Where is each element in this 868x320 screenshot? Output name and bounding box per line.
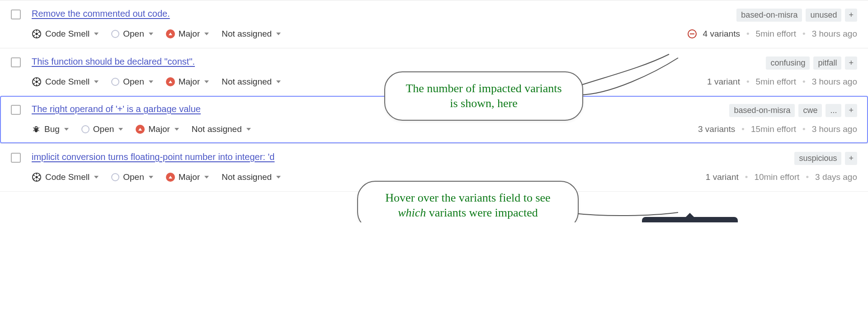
tag[interactable]: based-on-misra bbox=[729, 104, 795, 117]
type-label: Code Smell bbox=[45, 29, 90, 39]
issue-checkbox[interactable] bbox=[11, 9, 21, 19]
issue-title-link[interactable]: The right operand of '+' is a garbage va… bbox=[32, 104, 201, 114]
effort-label: 5min effort bbox=[756, 77, 796, 87]
issue-title-link[interactable]: implicit conversion turns floating-point… bbox=[32, 152, 274, 162]
tag[interactable]: pitfall bbox=[813, 56, 841, 70]
issue-meta: 4 variants • 5min effort • 3 hours ago bbox=[688, 29, 857, 39]
variants-count[interactable]: 4 variants bbox=[703, 29, 740, 39]
variants-count[interactable]: 3 variants bbox=[698, 124, 735, 134]
severity-dropdown[interactable]: Major bbox=[136, 124, 179, 134]
tag[interactable]: unused bbox=[806, 9, 841, 22]
variants-count[interactable]: 1 variant bbox=[706, 172, 739, 182]
issue-checkbox[interactable] bbox=[11, 153, 21, 163]
type-dropdown[interactable]: Code Smell bbox=[32, 172, 99, 182]
status-dropdown[interactable]: Open bbox=[111, 29, 153, 39]
tag[interactable]: based-on-misra bbox=[736, 9, 802, 22]
type-label: Code Smell bbox=[45, 172, 90, 182]
assignee-label: Not assigned bbox=[222, 172, 272, 182]
issue-title-link[interactable]: Remove the commented out code. bbox=[32, 9, 170, 19]
open-status-icon bbox=[111, 78, 119, 86]
meta-separator: • bbox=[746, 29, 750, 39]
assignee-dropdown[interactable]: Not assigned bbox=[222, 77, 281, 87]
chevron-down-icon bbox=[276, 80, 281, 83]
chevron-down-icon bbox=[276, 176, 281, 179]
effort-label: 10min effort bbox=[754, 172, 799, 182]
type-dropdown[interactable]: Code Smell bbox=[32, 77, 99, 87]
status-dropdown[interactable]: Open bbox=[111, 77, 153, 87]
tag-list: based-on-misra unused + bbox=[736, 9, 857, 22]
status-label: Open bbox=[123, 77, 144, 87]
annotation-callout: Hover over the variants field to see whi… bbox=[357, 181, 579, 222]
tag-list: suspicious + bbox=[794, 152, 857, 165]
status-dropdown[interactable]: Open bbox=[81, 124, 123, 134]
open-status-icon bbox=[81, 125, 90, 133]
variants-count[interactable]: 1 variant bbox=[707, 77, 740, 87]
meta-separator: • bbox=[802, 77, 806, 87]
issue-row: Remove the commented out code. based-on-… bbox=[0, 0, 868, 48]
severity-dropdown[interactable]: Major bbox=[166, 77, 209, 87]
status-label: Open bbox=[123, 29, 144, 39]
age-label: 3 hours ago bbox=[812, 77, 857, 87]
type-label: Bug bbox=[44, 124, 60, 134]
add-tag-button[interactable]: + bbox=[845, 9, 857, 22]
caution-icon bbox=[688, 29, 697, 38]
variants-tooltip: Main, Debug, Clang bbox=[642, 217, 738, 222]
meta-separator: • bbox=[746, 77, 750, 87]
issue-checkbox[interactable] bbox=[11, 57, 21, 67]
major-severity-icon bbox=[136, 125, 145, 134]
chevron-down-icon bbox=[149, 33, 153, 35]
age-label: 3 days ago bbox=[815, 172, 857, 182]
tag[interactable]: suspicious bbox=[794, 152, 841, 165]
annotation-text-pre: Hover over the variants field to see bbox=[385, 191, 550, 204]
add-tag-button[interactable]: + bbox=[845, 104, 857, 117]
major-severity-icon bbox=[166, 29, 175, 38]
issue-meta: 1 variant • 10min effort • 3 days ago bbox=[706, 172, 857, 182]
major-severity-icon bbox=[166, 77, 175, 86]
tag-list: confusing pitfall + bbox=[766, 56, 857, 70]
issue-checkbox[interactable] bbox=[11, 105, 21, 115]
type-dropdown[interactable]: Code Smell bbox=[32, 29, 99, 39]
assignee-dropdown[interactable]: Not assigned bbox=[222, 29, 281, 39]
major-severity-icon bbox=[166, 173, 175, 182]
severity-label: Major bbox=[179, 29, 200, 39]
open-status-icon bbox=[111, 173, 119, 181]
open-status-icon bbox=[111, 30, 119, 38]
chevron-down-icon bbox=[204, 80, 209, 83]
type-dropdown[interactable]: Bug bbox=[32, 124, 69, 134]
meta-separator: • bbox=[806, 172, 809, 182]
add-tag-button[interactable]: + bbox=[845, 152, 857, 165]
add-tag-button[interactable]: + bbox=[845, 56, 857, 70]
assignee-dropdown[interactable]: Not assigned bbox=[192, 124, 251, 134]
issue-meta: 3 variants • 15min effort • 3 hours ago bbox=[698, 124, 857, 134]
tag-list: based-on-misra cwe ... + bbox=[729, 104, 857, 117]
tag[interactable]: confusing bbox=[766, 56, 810, 70]
effort-label: 5min effort bbox=[756, 29, 796, 39]
assignee-dropdown[interactable]: Not assigned bbox=[222, 172, 281, 182]
meta-separator: • bbox=[745, 172, 748, 182]
tag[interactable]: cwe bbox=[798, 104, 822, 117]
chevron-down-icon bbox=[204, 33, 209, 35]
chevron-down-icon bbox=[94, 33, 99, 35]
type-label: Code Smell bbox=[45, 77, 90, 87]
issue-title-link[interactable]: This function should be declared "const"… bbox=[32, 56, 195, 67]
svg-point-1 bbox=[35, 33, 38, 35]
meta-separator: • bbox=[741, 124, 745, 134]
severity-dropdown[interactable]: Major bbox=[166, 172, 209, 182]
tag-overflow[interactable]: ... bbox=[826, 104, 841, 117]
chevron-down-icon bbox=[204, 176, 209, 179]
severity-dropdown[interactable]: Major bbox=[166, 29, 209, 39]
issue-meta: 1 variant • 5min effort • 3 hours ago bbox=[707, 77, 857, 87]
code-smell-icon bbox=[32, 77, 42, 87]
meta-separator: • bbox=[802, 29, 806, 39]
annotation-text-post: variants were impacted bbox=[426, 206, 538, 219]
assignee-label: Not assigned bbox=[192, 124, 242, 134]
chevron-down-icon bbox=[149, 80, 153, 83]
annotation-text-em: which bbox=[398, 206, 426, 219]
annotation-text: The number of impacted variants is shown… bbox=[406, 82, 561, 110]
status-label: Open bbox=[123, 172, 144, 182]
severity-label: Major bbox=[179, 172, 200, 182]
status-dropdown[interactable]: Open bbox=[111, 172, 153, 182]
chevron-down-icon bbox=[276, 33, 281, 35]
assignee-label: Not assigned bbox=[222, 29, 272, 39]
severity-label: Major bbox=[148, 124, 170, 134]
